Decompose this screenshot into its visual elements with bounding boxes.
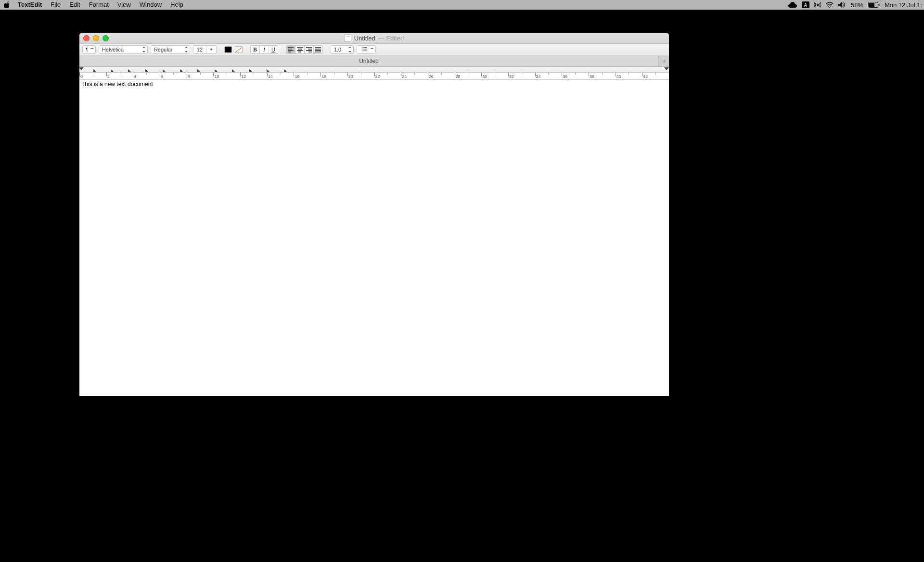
ruler-label: 32 [509, 74, 514, 79]
ruler-tick [307, 73, 308, 75]
ruler-tick [387, 73, 388, 75]
ruler-tick [267, 73, 268, 77]
app-name-menu[interactable]: TextEdit [13, 0, 46, 10]
tabbar: Untitled + [79, 56, 669, 67]
ruler-label: 14 [268, 74, 273, 79]
menu-window[interactable]: Window [135, 0, 166, 10]
align-center-button[interactable] [295, 45, 305, 54]
paragraph-style-select[interactable]: ¶ [82, 45, 96, 54]
ruler-label: 30 [482, 74, 487, 79]
svg-point-9 [361, 51, 362, 51]
ruler-tick [334, 73, 334, 75]
document-text[interactable]: This is a new text document [79, 80, 669, 89]
ruler-tick [227, 73, 227, 75]
ruler-label: 18 [321, 74, 326, 79]
align-justify-button[interactable] [314, 45, 323, 54]
wifi-icon[interactable] [826, 2, 834, 8]
font-style-select[interactable]: Regular [151, 45, 190, 54]
ruler-tick [602, 73, 603, 75]
minimize-button[interactable] [93, 35, 99, 41]
cloud-icon[interactable] [788, 2, 797, 8]
format-toolbar: ¶ Helvetica Regular 12 B [79, 44, 669, 56]
ruler-label: 6 [161, 74, 163, 79]
ruler-tick [361, 73, 361, 75]
ruler-tick [79, 73, 80, 77]
ruler-tick [642, 73, 642, 77]
align-right-icon [306, 47, 312, 52]
ruler-tick [146, 73, 147, 75]
font-size-field[interactable]: 12 [193, 45, 206, 54]
line-spacing-select[interactable]: 1.0 [331, 45, 354, 54]
new-tab-button[interactable]: + [659, 56, 669, 66]
ruler-label: 40 [616, 74, 621, 79]
ruler-label: 12 [241, 74, 246, 79]
clock[interactable]: Mon 12 Jul 1: [885, 1, 922, 9]
ruler-tick [629, 73, 629, 75]
svg-rect-10 [363, 51, 367, 51]
font-size-stepper[interactable] [206, 45, 217, 54]
apple-menu-icon[interactable] [4, 1, 13, 8]
ruler-tick [321, 73, 321, 77]
ruler-label: 2 [107, 74, 110, 79]
right-margin-marker[interactable] [664, 67, 669, 70]
ruler[interactable]: 0246810121416182022242628303234363840424… [79, 67, 669, 80]
titlebar[interactable]: Untitled — Edited [79, 33, 669, 44]
battery-percent: 58% [851, 1, 863, 9]
align-justify-icon [315, 47, 321, 52]
airdrop-icon[interactable] [814, 1, 821, 8]
volume-icon[interactable] [838, 2, 846, 8]
ruler-tick [347, 73, 348, 77]
ruler-tick [281, 73, 281, 75]
ruler-tick [575, 73, 576, 75]
ruler-tick [213, 73, 214, 77]
ruler-tick [173, 73, 174, 75]
battery-icon[interactable] [868, 2, 880, 8]
ruler-tick [455, 73, 455, 77]
ruler-tick [589, 73, 589, 77]
bold-button[interactable]: B [250, 45, 260, 54]
font-style-value: Regular [154, 47, 173, 52]
document-area[interactable]: This is a new text document [79, 80, 669, 396]
list-style-select[interactable] [357, 45, 376, 54]
align-left-button[interactable] [286, 45, 295, 54]
menu-view[interactable]: View [113, 0, 135, 10]
ruler-tick [106, 73, 107, 77]
menu-edit[interactable]: Edit [65, 0, 84, 10]
font-family-select[interactable]: Helvetica [99, 45, 148, 54]
tab-untitled[interactable]: Untitled [79, 56, 659, 66]
ruler-label: 22 [375, 74, 380, 79]
align-center-icon [297, 47, 303, 52]
line-spacing-value: 1.0 [334, 47, 341, 52]
ruler-label: 28 [456, 74, 461, 79]
ruler-label: 38 [590, 74, 594, 79]
menu-help[interactable]: Help [166, 0, 188, 10]
zoom-button[interactable] [103, 35, 109, 41]
window-controls [83, 35, 109, 41]
close-button[interactable] [83, 35, 90, 41]
window-edited-indicator: — Edited [378, 35, 404, 42]
svg-rect-6 [363, 47, 367, 48]
ruler-tick [240, 73, 241, 77]
ruler-tick [133, 73, 133, 77]
ruler-tick [481, 73, 482, 77]
menu-file[interactable]: File [46, 0, 65, 10]
svg-rect-8 [363, 49, 367, 50]
ruler-label: 10 [214, 74, 219, 79]
align-right-button[interactable] [305, 45, 314, 54]
font-family-value: Helvetica [102, 47, 124, 52]
svg-point-5 [361, 47, 362, 48]
ruler-tick [495, 73, 495, 75]
plus-icon: + [662, 57, 666, 65]
keyboard-input-icon[interactable]: A [802, 1, 809, 8]
italic-button[interactable]: I [260, 45, 269, 54]
highlight-color-well[interactable] [235, 46, 243, 53]
ruler-tick [93, 73, 93, 75]
underline-button[interactable]: U [269, 45, 278, 54]
ruler-tick [468, 73, 468, 75]
document-icon [345, 34, 351, 42]
menu-format[interactable]: Format [85, 0, 113, 10]
svg-point-7 [361, 49, 362, 50]
text-color-well[interactable] [224, 46, 232, 53]
svg-rect-3 [869, 3, 874, 7]
svg-rect-4 [878, 4, 879, 6]
